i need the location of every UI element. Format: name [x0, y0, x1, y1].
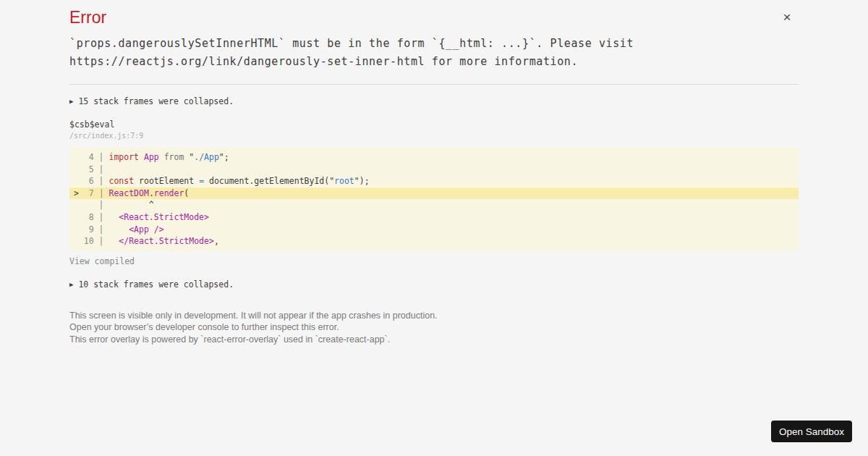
code-line: > 7 | ReactDOM.render( — [69, 187, 799, 200]
error-overlay: Error × `props.dangerouslySetInnerHTML` … — [0, 0, 868, 456]
stack-frame-function: $csb$eval — [69, 119, 114, 130]
stack-collapsed-bottom[interactable]: ▶10 stack frames were collapsed. — [69, 279, 234, 290]
view-compiled-link[interactable]: View compiled — [69, 256, 135, 266]
code-line: | ^ — [69, 199, 799, 211]
stack-collapsed-top[interactable]: ▶15 stack frames were collapsed. — [69, 96, 234, 106]
stack-frame-location: /src/index.js:7:9 — [69, 132, 143, 140]
footer-notes: This screen is visible only in developme… — [69, 310, 438, 345]
code-line: 10 | </React.StrictMode>, — [69, 235, 799, 248]
error-message: `props.dangerouslySetInnerHTML` must be … — [69, 35, 800, 71]
collapsed-arrow-icon: ▶ — [69, 98, 73, 105]
close-icon[interactable]: × — [778, 9, 796, 26]
stack-collapsed-top-label: 15 stack frames were collapsed. — [78, 96, 234, 106]
error-title: Error — [69, 8, 106, 28]
code-line: 5 | — [69, 164, 799, 176]
code-line: 6 | const rootElement = document.getElem… — [69, 175, 799, 187]
footer-note-powered-by: This error overlay is powered by `react-… — [69, 334, 438, 345]
stack-collapsed-bottom-label: 10 stack frames were collapsed. — [78, 279, 234, 290]
code-line: 8 | <React.StrictMode> — [69, 211, 799, 224]
divider — [69, 84, 799, 85]
code-frame: 4 | import App from "./App"; 5 | 6 | con… — [69, 148, 799, 251]
code-line: 9 | <App /> — [69, 224, 799, 236]
footer-note-console: Open your browser’s developer console to… — [69, 321, 438, 333]
footer-note-development: This screen is visible only in developme… — [69, 310, 438, 321]
collapsed-arrow-icon: ▶ — [69, 281, 73, 288]
open-sandbox-button[interactable]: Open Sandbox — [771, 421, 852, 442]
code-line: 4 | import App from "./App"; — [69, 151, 799, 164]
